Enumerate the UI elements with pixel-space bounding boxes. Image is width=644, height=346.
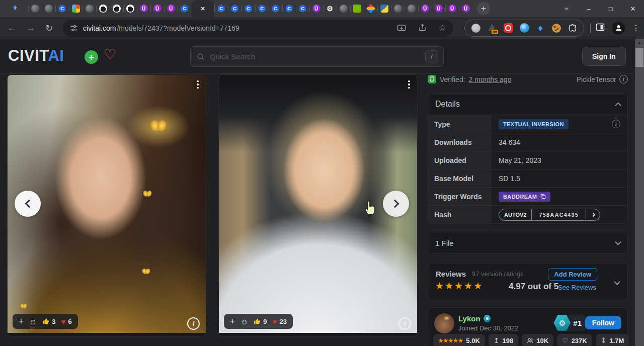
- creator-downloads-stat[interactable]: ↧ 1.7M: [596, 334, 629, 346]
- info-icon[interactable]: i: [619, 75, 628, 83]
- creator-name[interactable]: Lykon: [458, 314, 491, 323]
- scrollbar-thumb[interactable]: [635, 48, 643, 67]
- bookmark-star-icon[interactable]: ☆: [439, 23, 446, 33]
- smiley-reaction-icon[interactable]: ☺: [240, 317, 248, 326]
- tab-globe[interactable]: [28, 0, 42, 17]
- thumbs-up-count[interactable]: 3: [42, 318, 55, 325]
- share-icon[interactable]: [418, 24, 427, 32]
- tab-github[interactable]: [110, 0, 123, 17]
- active-tab[interactable]: ✕: [191, 0, 214, 17]
- tab-civitai[interactable]: C: [282, 0, 296, 17]
- window-close-button[interactable]: ✕: [622, 0, 644, 17]
- creator-likes-stat[interactable]: ♡ 237K: [557, 334, 592, 346]
- see-reviews-link[interactable]: See Reviews: [558, 284, 596, 291]
- tab-globe[interactable]: [405, 0, 418, 17]
- create-button[interactable]: +: [85, 50, 98, 64]
- follow-button[interactable]: Follow: [585, 316, 621, 329]
- tab-civitai[interactable]: C: [178, 0, 191, 17]
- reload-button[interactable]: ↻: [45, 23, 53, 34]
- image-info-button[interactable]: i: [187, 317, 200, 330]
- browser-menu-icon[interactable]: ⋮: [632, 23, 640, 33]
- thumbs-up-count[interactable]: 9: [254, 318, 267, 325]
- tab-civitai[interactable]: C: [228, 0, 242, 17]
- tab-ultra[interactable]: Û: [445, 0, 459, 17]
- card-menu-button[interactable]: [405, 79, 413, 90]
- favorites-heart-icon[interactable]: ♡: [104, 46, 116, 63]
- add-reaction-button[interactable]: +: [230, 316, 235, 326]
- tab-nvidia[interactable]: [350, 0, 364, 17]
- tab-ultra[interactable]: Û: [164, 0, 178, 17]
- carousel-next-button[interactable]: [383, 191, 409, 217]
- gem-pin-icon[interactable]: ♦: [13, 3, 17, 12]
- tab-github[interactable]: [96, 0, 110, 17]
- tab-globe[interactable]: [83, 0, 96, 17]
- files-accordion[interactable]: 1 File: [428, 232, 628, 254]
- tab-close-icon[interactable]: ✕: [200, 6, 205, 12]
- add-reaction-button[interactable]: +: [19, 316, 24, 326]
- tab-globe[interactable]: [391, 0, 405, 17]
- browser-circle-extension-icon[interactable]: [519, 23, 529, 33]
- hearts-count[interactable]: ♥6: [61, 317, 72, 326]
- scrollbar-up-arrow[interactable]: ▲: [635, 40, 644, 45]
- tab-workspace[interactable]: [69, 0, 83, 17]
- cookie-extension-icon[interactable]: [551, 23, 561, 33]
- tab-globe[interactable]: [42, 0, 55, 17]
- tab-civitai[interactable]: C: [296, 0, 309, 17]
- image-info-button[interactable]: i: [398, 317, 411, 330]
- window-minimize-button[interactable]: –: [578, 0, 600, 17]
- profile-avatar[interactable]: [612, 22, 625, 35]
- tab-ultra[interactable]: Û: [459, 0, 472, 17]
- extensions-puzzle-icon[interactable]: [568, 23, 578, 33]
- hash-value[interactable]: 758AAC4435: [532, 209, 586, 220]
- tab-ultra[interactable]: Û: [150, 0, 164, 17]
- copy-icon[interactable]: [540, 194, 546, 199]
- tab-civitai[interactable]: C: [55, 0, 69, 17]
- tab-civitai[interactable]: C: [242, 0, 255, 17]
- tab-git[interactable]: [364, 0, 377, 17]
- window-maximize-button[interactable]: □: [600, 0, 622, 17]
- install-icon[interactable]: [397, 24, 406, 33]
- tab-gear[interactable]: ⚙: [323, 0, 337, 17]
- site-settings-icon[interactable]: [70, 24, 78, 32]
- split-view-icon[interactable]: [596, 23, 605, 34]
- globe-extension-icon[interactable]: [471, 23, 481, 33]
- tab-ultra[interactable]: Û: [137, 0, 150, 17]
- page-scrollbar[interactable]: ▲: [635, 39, 644, 346]
- tab-globe[interactable]: [337, 0, 350, 17]
- tab-ultra[interactable]: Û: [418, 0, 432, 17]
- sign-in-button[interactable]: Sign In: [582, 47, 626, 66]
- info-icon[interactable]: i: [612, 120, 620, 128]
- forest-off-extension-icon[interactable]: off: [487, 23, 497, 33]
- creator-uploads-stat[interactable]: ↥ 198: [489, 334, 518, 346]
- tab-civitai[interactable]: C: [269, 0, 282, 17]
- tab-github[interactable]: [123, 0, 137, 17]
- trigger-word-badge[interactable]: BADDREAM: [499, 192, 550, 202]
- hash-pill[interactable]: AUTOV2 758AAC4435: [499, 209, 600, 221]
- gem-extension-icon[interactable]: ♦: [535, 23, 545, 33]
- hash-expand-button[interactable]: [586, 209, 600, 220]
- add-review-button[interactable]: Add Review: [548, 268, 597, 281]
- tab-civitai[interactable]: C: [255, 0, 269, 17]
- carousel-prev-button[interactable]: [15, 191, 41, 217]
- civitai-logo[interactable]: CIVITAI: [8, 47, 64, 65]
- details-header[interactable]: Details: [428, 94, 627, 115]
- smiley-reaction-icon[interactable]: ☺: [29, 317, 37, 326]
- verified-time-link[interactable]: 2 months ago: [469, 75, 512, 83]
- opera-extension-icon[interactable]: [503, 23, 513, 33]
- tab-ultra[interactable]: Û: [432, 0, 445, 17]
- tab-ultra[interactable]: Û: [309, 0, 323, 17]
- creator-avatar[interactable]: [434, 313, 454, 333]
- type-badge[interactable]: TEXTUAL INVERSION: [499, 119, 569, 129]
- hearts-count[interactable]: ♥23: [273, 317, 287, 326]
- creator-rating-stat[interactable]: ★★★★★ 5.0K: [433, 334, 485, 346]
- card-menu-button[interactable]: [194, 79, 202, 90]
- search-input[interactable]: Quick Search /: [190, 46, 444, 67]
- tab-civitai[interactable]: C: [214, 0, 228, 17]
- forward-button[interactable]: →: [26, 23, 35, 33]
- back-button[interactable]: ←: [7, 23, 16, 33]
- creator-followers-stat[interactable]: 10K: [522, 334, 553, 346]
- tab-python[interactable]: [377, 0, 391, 17]
- address-bar[interactable]: civitai.com /models/72437?modelVersionId…: [63, 20, 453, 37]
- window-menu-button[interactable]: [555, 0, 578, 17]
- creator-rank-badge[interactable]: ⚙ #1: [555, 315, 586, 331]
